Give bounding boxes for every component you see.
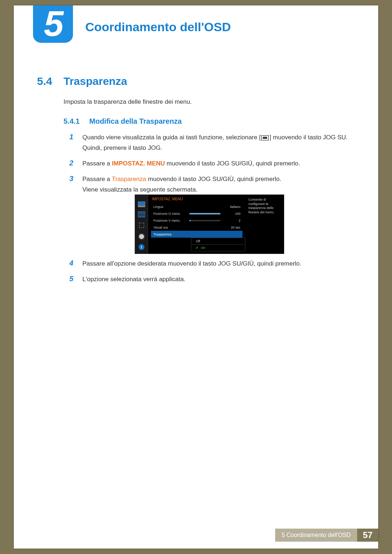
section-title: Trasparenza	[64, 75, 127, 87]
osd-row-visual: Visual ora 20 sec	[151, 224, 242, 231]
osd-row-lingua: Lingua Italiano	[151, 203, 242, 210]
step-4: 4 Passare all'opzione desiderata muovend…	[69, 259, 363, 269]
steps-list: 1 Quando viene visualizzata la guida ai …	[69, 132, 363, 200]
footer: 5 Coordinamento dell'OSD 57	[275, 529, 378, 542]
osd-description: Consente di configurare la trasparenza d…	[245, 195, 284, 254]
slider-bar	[189, 213, 220, 214]
osd-option-off: Off	[191, 238, 245, 245]
subsection-number: 5.4.1	[64, 117, 79, 126]
info-icon: i	[139, 244, 144, 250]
chapter-badge: 5	[33, 5, 73, 43]
steps-list-2: 4 Passare all'opzione desiderata muovend…	[69, 259, 363, 290]
osd-main: IMPOSTAZ. MENU Lingua Italiano Posizione…	[148, 195, 245, 254]
step-text: Passare all'opzione desiderata muovendo …	[82, 259, 301, 269]
footer-chapter-label: 5 Coordinamento dell'OSD	[275, 529, 357, 542]
osd-row-posv: Posizione V menu 2	[151, 217, 242, 224]
step-text: Passare a Trasparenza muovendo il tasto …	[82, 174, 281, 195]
picture-icon	[138, 201, 145, 207]
subsection-title: Modifica della Trasparenza	[89, 117, 182, 126]
step-number: 2	[69, 159, 82, 167]
page: 5 Coordinamento dell'OSD 5.4 Trasparenza…	[14, 5, 378, 549]
footer-page-number: 57	[357, 529, 378, 542]
step-1: 1 Quando viene visualizzata la guida ai …	[69, 132, 363, 153]
step-number: 4	[69, 259, 82, 267]
step-text: L'opzione selezionata verrà applicata.	[82, 274, 185, 285]
list-icon	[138, 212, 145, 217]
osd-screenshot: i IMPOSTAZ. MENU Lingua Italiano Posizio…	[135, 194, 284, 254]
section-number: 5.4	[37, 75, 52, 87]
step-number: 5	[69, 274, 82, 283]
chapter-number: 5	[33, 5, 73, 42]
osd-dropdown: Off On	[191, 238, 245, 251]
menu-icon	[261, 135, 269, 140]
step-3: 3 Passare a Trasparenza muovendo il tast…	[69, 174, 363, 195]
chapter-title: Coordinamento dell'OSD	[85, 20, 231, 34]
position-icon	[138, 222, 145, 229]
intro-text: Imposta la trasparenza delle finestre de…	[64, 98, 192, 106]
step-text: Passare a IMPOSTAZ. MENU muovendo il tas…	[82, 159, 300, 169]
slider-bar	[189, 220, 220, 221]
osd-row-poso: Posizione O menu 100	[151, 210, 242, 217]
osd-row-trasparenza: Trasparenza	[151, 231, 242, 238]
step-5: 5 L'opzione selezionata verrà applicata.	[69, 274, 363, 285]
osd-header: IMPOSTAZ. MENU	[152, 197, 242, 201]
osd-option-on: On	[191, 245, 245, 251]
step-number: 3	[69, 174, 82, 183]
gear-icon	[138, 233, 145, 240]
step-number: 1	[69, 132, 82, 141]
step-text: Quando viene visualizzata la guida ai ta…	[82, 132, 363, 153]
step-2: 2 Passare a IMPOSTAZ. MENU muovendo il t…	[69, 159, 363, 169]
osd-sidebar: i	[135, 195, 148, 254]
